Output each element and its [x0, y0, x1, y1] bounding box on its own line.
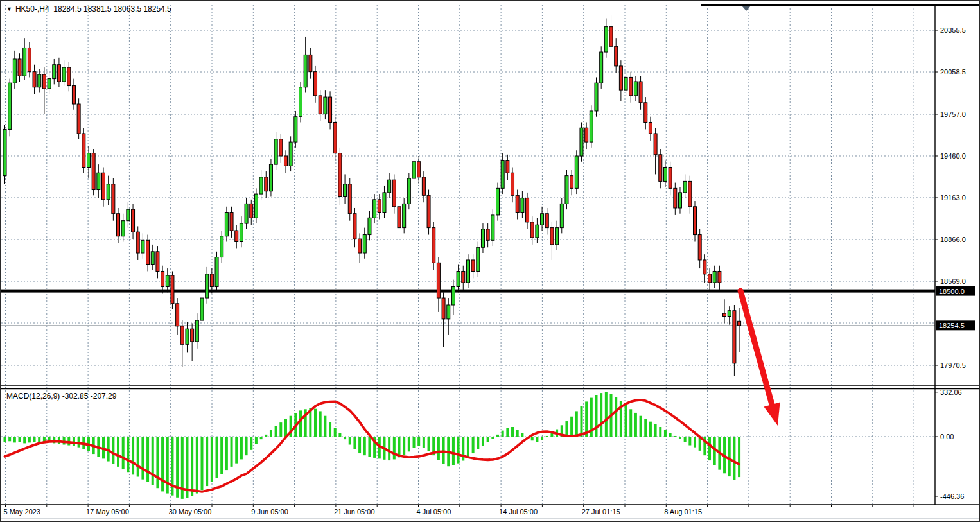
- histogram-bar: [314, 409, 317, 437]
- candle: [279, 139, 283, 156]
- histogram-bar: [270, 430, 272, 437]
- macd-signal-line: [5, 400, 740, 492]
- macd-tick-label: -446.36: [940, 492, 964, 500]
- histogram-bar: [19, 437, 21, 442]
- candle: [663, 168, 667, 182]
- current-bar-marker: [742, 6, 751, 11]
- histogram-bar: [231, 437, 233, 467]
- histogram-bar: [329, 422, 331, 437]
- candle: [166, 275, 169, 287]
- candle: [585, 128, 588, 142]
- histogram-bar: [615, 397, 617, 437]
- histogram-bar: [353, 437, 356, 449]
- candle: [536, 225, 539, 238]
- candle: [471, 260, 475, 272]
- candle: [180, 326, 184, 344]
- candle: [639, 82, 642, 103]
- macd-tick-label: 332.06: [940, 388, 962, 396]
- candle: [477, 247, 480, 271]
- candle: [545, 214, 548, 228]
- histogram-bar: [146, 437, 149, 482]
- candle: [314, 72, 317, 96]
- candle: [451, 287, 455, 305]
- histogram-bar: [220, 437, 223, 474]
- candle: [127, 209, 130, 221]
- candle: [225, 213, 228, 236]
- candle: [580, 128, 583, 156]
- candle: [412, 162, 416, 178]
- candle: [708, 274, 712, 283]
- candle: [634, 82, 637, 96]
- candle: [136, 232, 139, 253]
- candle: [220, 236, 223, 257]
- candle: [146, 240, 150, 264]
- chart-canvas[interactable]: 20355.520058.519757.019460.019163.018866…: [1, 1, 979, 521]
- candle: [67, 67, 71, 85]
- histogram-bar: [245, 437, 248, 455]
- candle: [151, 252, 154, 265]
- histogram-bar: [363, 437, 366, 455]
- candle: [338, 153, 342, 197]
- histogram-bar: [684, 437, 687, 442]
- candle: [171, 275, 174, 304]
- histogram-bar: [629, 409, 632, 437]
- candle: [353, 214, 356, 239]
- current-price-badge-label: 18254.5: [939, 322, 965, 329]
- price-tick-label: 18569.0: [940, 277, 966, 285]
- candle: [624, 77, 627, 90]
- candle: [28, 48, 31, 71]
- candle: [289, 142, 292, 166]
- candle: [13, 59, 16, 83]
- symbol-header[interactable]: ▼HK50-,H4 18284.5 18381.5 18063.5 18254.…: [6, 4, 171, 13]
- histogram-bar: [112, 437, 114, 464]
- candle: [265, 177, 268, 191]
- histogram-bar: [654, 424, 657, 437]
- histogram-bar: [679, 437, 681, 439]
- candle: [299, 87, 302, 117]
- histogram-bar: [541, 437, 543, 440]
- candle: [215, 257, 218, 287]
- candle: [3, 129, 6, 175]
- candle: [112, 184, 115, 214]
- candle: [156, 252, 159, 272]
- histogram-bar: [334, 428, 337, 437]
- candle: [284, 156, 287, 166]
- histogram-bar: [491, 437, 494, 439]
- chevron-down-icon[interactable]: ▼: [6, 6, 12, 12]
- histogram-bar: [423, 437, 425, 448]
- histogram-bar: [358, 437, 361, 453]
- trend-arrow-shaft[interactable]: [740, 291, 772, 405]
- candle: [556, 228, 559, 245]
- histogram-bar: [324, 416, 326, 437]
- histogram-bar: [13, 437, 16, 442]
- candle: [432, 228, 435, 263]
- histogram-bar: [260, 437, 263, 439]
- histogram-bar: [664, 430, 667, 437]
- candle: [383, 193, 386, 213]
- trend-arrow-head[interactable]: [764, 403, 780, 426]
- candle: [506, 161, 509, 173]
- histogram-bar: [428, 437, 430, 451]
- histogram-bar: [688, 437, 691, 446]
- histogram-bar: [58, 437, 60, 444]
- candle: [344, 184, 347, 197]
- candle: [230, 213, 233, 231]
- histogram-bar: [67, 437, 70, 446]
- candle: [259, 177, 263, 194]
- histogram-bar: [413, 437, 416, 448]
- histogram-bar: [634, 413, 637, 437]
- candle: [688, 181, 692, 206]
- histogram-bar: [127, 437, 129, 472]
- time-tick-label: 14 Jul 05:00: [499, 508, 538, 516]
- histogram-bar: [8, 437, 11, 441]
- histogram-bar: [275, 426, 277, 437]
- candle: [121, 221, 125, 236]
- candle: [442, 298, 445, 319]
- price-tick-label: 19460.0: [940, 152, 966, 160]
- histogram-bar: [216, 437, 218, 478]
- time-tick-label: 17 May 05:00: [86, 508, 129, 516]
- candle: [609, 27, 613, 47]
- histogram-bar: [196, 437, 198, 494]
- candle: [669, 168, 672, 189]
- candle: [368, 218, 371, 234]
